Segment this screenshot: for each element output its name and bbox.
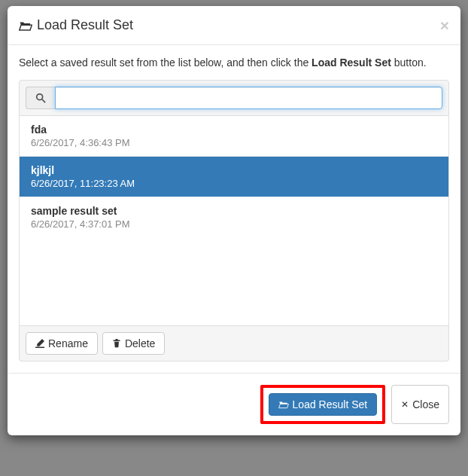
modal-title-text: Load Result Set: [37, 17, 133, 33]
delete-label: Delete: [125, 337, 155, 349]
rename-label: Rename: [48, 337, 88, 349]
search-icon: [26, 87, 55, 109]
result-name: sample result set: [31, 205, 437, 217]
folder-open-icon: [19, 20, 32, 32]
modal-header: Load Result Set ×: [8, 6, 460, 45]
svg-point-0: [37, 94, 43, 100]
close-icon: ✕: [401, 399, 409, 410]
result-timestamp: 6/26/2017, 11:23:23 AM: [31, 178, 437, 189]
close-button[interactable]: ✕ Close: [391, 385, 449, 424]
trash-icon: [112, 339, 121, 348]
result-item[interactable]: sample result set 6/26/2017, 4:37:01 PM: [20, 197, 448, 237]
result-item[interactable]: kjlkjl 6/26/2017, 11:23:23 AM: [20, 157, 448, 197]
result-item[interactable]: fda 6/26/2017, 4:36:43 PM: [20, 116, 448, 157]
result-name: fda: [31, 124, 437, 136]
result-timestamp: 6/26/2017, 4:36:43 PM: [31, 137, 437, 148]
edit-icon: [35, 339, 44, 348]
result-set-panel: fda 6/26/2017, 4:36:43 PM kjlkjl 6/26/20…: [19, 80, 449, 362]
close-icon[interactable]: ×: [440, 17, 449, 33]
load-label: Load Result Set: [293, 398, 368, 410]
load-result-set-modal: Load Result Set × Select a saved result …: [8, 6, 460, 435]
highlight-annotation: Load Result Set: [260, 385, 386, 424]
result-list: fda 6/26/2017, 4:36:43 PM kjlkjl 6/26/20…: [20, 115, 448, 326]
svg-line-1: [42, 99, 45, 102]
result-timestamp: 6/26/2017, 4:37:01 PM: [31, 218, 437, 230]
modal-body: Select a saved result set from the list …: [8, 45, 460, 373]
search-row: [20, 81, 448, 115]
folder-open-icon: [278, 400, 289, 409]
modal-footer: Load Result Set ✕ Close: [8, 373, 460, 435]
search-input[interactable]: [55, 87, 442, 109]
instruction-text: Select a saved result set from the list …: [19, 56, 449, 69]
panel-actions: Rename Delete: [20, 326, 448, 361]
load-result-set-button[interactable]: Load Result Set: [269, 393, 378, 416]
modal-title: Load Result Set: [19, 17, 133, 33]
close-label: Close: [412, 398, 439, 410]
rename-button[interactable]: Rename: [26, 332, 98, 355]
result-name: kjlkjl: [31, 164, 437, 176]
delete-button[interactable]: Delete: [102, 332, 165, 355]
